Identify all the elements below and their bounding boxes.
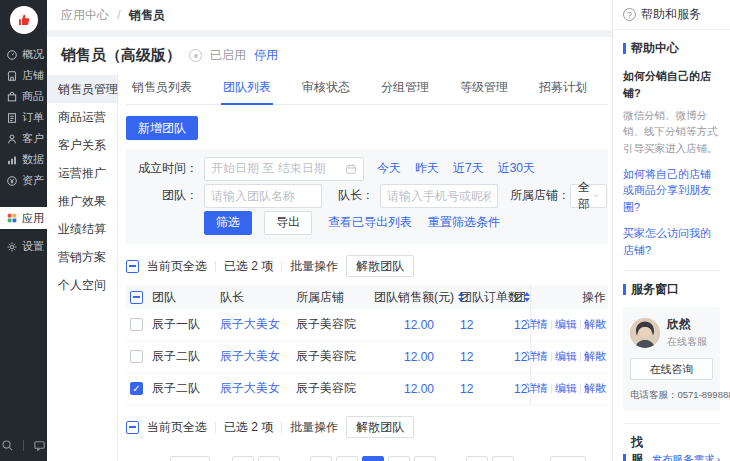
help-link-share[interactable]: 如何将自己的店铺或商品分享到朋友圈? <box>623 166 720 216</box>
sales-value-link[interactable]: 12.00 <box>404 382 434 396</box>
leader-input[interactable] <box>380 184 498 208</box>
selected-count: 已选 2 项 <box>224 419 273 436</box>
submenu-item-performance[interactable]: 业绩结算 <box>47 215 117 243</box>
quick-link-7days[interactable]: 近7天 <box>453 160 484 177</box>
row-checkbox[interactable] <box>130 382 143 395</box>
add-team-button[interactable]: 新增团队 <box>126 116 198 140</box>
tab-level-management[interactable]: 等级管理 <box>458 73 510 104</box>
orders-value-link[interactable]: 12 <box>460 382 473 396</box>
reset-filters-link[interactable]: 重置筛选条件 <box>428 214 500 231</box>
row-edit-link[interactable]: 编辑 <box>555 381 577 396</box>
submenu-item-operation-promo[interactable]: 运营推广 <box>47 159 117 187</box>
prev-page-button[interactable] <box>232 456 254 461</box>
help-link-visit[interactable]: 买家怎么访问我的店铺? <box>623 225 720 258</box>
submenu-item-customer-relation[interactable]: 客户关系 <box>47 131 117 159</box>
submenu-item-promo-effect[interactable]: 推广效果 <box>47 187 117 215</box>
sidebar-item-label: 概况 <box>22 47 44 62</box>
leader-link[interactable]: 辰子大美女 <box>220 316 280 333</box>
sidebar-item-apps[interactable]: 应用 <box>0 207 47 229</box>
card-body: 销售员管理 商品运营 客户关系 运营推广 推广效果 业绩结算 营销方案 个人空间… <box>47 73 612 461</box>
date-range-placeholder: 开始日期 至 结束日期 <box>211 160 326 177</box>
submenu-item-personal-space[interactable]: 个人空间 <box>47 271 117 299</box>
page-button-20[interactable]: 20 <box>466 456 488 461</box>
row-disband-link[interactable]: 解散 <box>584 317 606 332</box>
submenu-item-marketing-plan[interactable]: 营销方案 <box>47 243 117 271</box>
row-disband-link[interactable]: 解散 <box>584 349 606 364</box>
quick-link-30days[interactable]: 近30天 <box>498 160 535 177</box>
sidebar-item-customers[interactable]: 客户 <box>0 128 47 149</box>
page-button-6[interactable]: 6 <box>388 456 410 461</box>
disband-team-button[interactable]: 解散团队 <box>346 255 414 277</box>
col-header-team: 团队 <box>152 285 220 309</box>
export-button[interactable]: 导出 <box>264 211 312 235</box>
row-detail-link[interactable]: 详情 <box>526 381 548 396</box>
shop-name: 辰子美容院 <box>296 373 378 404</box>
page-button-1[interactable]: 1 <box>258 456 280 461</box>
disband-team-button[interactable]: 解散团队 <box>346 416 414 438</box>
tab-group-management[interactable]: 分组管理 <box>379 73 431 104</box>
tab-recruit-plan[interactable]: 招募计划 <box>537 73 589 104</box>
sidebar-item-settings[interactable]: 设置 <box>0 236 47 257</box>
quick-link-yesterday[interactable]: 昨天 <box>415 160 439 177</box>
header-checkbox[interactable] <box>130 291 143 304</box>
sales-value-link[interactable]: 12.00 <box>404 318 434 332</box>
sidebar-spacer <box>0 191 47 207</box>
tab-review-status[interactable]: 审核状态 <box>300 73 352 104</box>
row-checkbox[interactable] <box>130 350 143 363</box>
sidebar-item-assets[interactable]: 资产 <box>0 170 47 191</box>
divider <box>281 261 282 272</box>
page-size-select[interactable]: 20 <box>170 456 210 461</box>
stop-app-link[interactable]: 停用 <box>254 47 278 64</box>
page-button-3[interactable]: 3 <box>310 456 332 461</box>
table-row: 辰子二队 辰子大美女 辰子美容院 12.00 12 12 详情编辑解散 <box>126 373 608 405</box>
row-checkbox[interactable] <box>130 318 143 331</box>
orders-value-link[interactable]: 12 <box>460 350 473 364</box>
app-card: 销售员（高级版） 已启用 停用 销售员管理 商品运营 客户关系 运营推广 推广效… <box>47 37 612 461</box>
post-service-request-link[interactable]: 发布服务需求 <box>652 453 721 461</box>
select-all-checkbox[interactable] <box>126 260 139 273</box>
table-row: 辰子一队 辰子大美女 辰子美容院 12.00 12 12 详情编辑解散 <box>126 309 608 341</box>
next-page-button[interactable] <box>492 456 514 461</box>
row-detail-link[interactable]: 详情 <box>526 317 548 332</box>
leader-link[interactable]: 辰子大美女 <box>220 348 280 365</box>
breadcrumb-app-center[interactable]: 应用中心 <box>61 8 109 22</box>
app-info-icon[interactable] <box>189 49 202 62</box>
search-icon[interactable] <box>1 439 14 452</box>
page-button-7[interactable]: 7 <box>414 456 436 461</box>
quick-link-today[interactable]: 今天 <box>377 160 401 177</box>
sidebar-item-overview[interactable]: 概况 <box>0 44 47 65</box>
online-chat-button[interactable]: 在线咨询 <box>630 358 713 380</box>
brand-logo[interactable] <box>0 0 47 44</box>
team-name-input[interactable] <box>204 184 322 208</box>
date-range-input[interactable]: 开始日期 至 结束日期 <box>204 157 364 181</box>
sidebar-item-shop[interactable]: 店铺 <box>0 65 47 86</box>
row-detail-link[interactable]: 详情 <box>526 349 548 364</box>
page-button-4[interactable]: 4 <box>336 456 358 461</box>
sidebar-item-goods[interactable]: 商品 <box>0 86 47 107</box>
sales-value-link[interactable]: 12.00 <box>404 350 434 364</box>
leader-link[interactable]: 辰子大美女 <box>220 380 280 397</box>
shop-icon <box>6 70 18 82</box>
calendar-icon <box>345 163 357 175</box>
submenu-item-seller-management[interactable]: 销售员管理 <box>47 75 117 103</box>
filter-button[interactable]: 筛选 <box>204 211 252 235</box>
submenu-item-goods-operation[interactable]: 商品运营 <box>47 103 117 131</box>
help-question[interactable]: 如何分销自己的店铺? <box>623 68 720 101</box>
orders-value-link[interactable]: 12 <box>460 318 473 332</box>
row-disband-link[interactable]: 解散 <box>584 381 606 396</box>
tab-team-list[interactable]: 团队列表 <box>221 73 273 105</box>
sidebar-item-data[interactable]: 数据 <box>0 149 47 170</box>
select-all-checkbox[interactable] <box>126 421 139 434</box>
jump-page-input[interactable] <box>550 456 586 461</box>
col-header-orders: 团队订单数 <box>460 285 514 309</box>
view-exported-link[interactable]: 查看已导出列表 <box>328 214 412 231</box>
shop-select[interactable]: 全部 <box>570 184 607 208</box>
row-edit-link[interactable]: 编辑 <box>555 349 577 364</box>
sidebar-item-orders[interactable]: 订单 <box>0 107 47 128</box>
chat-icon[interactable] <box>33 439 46 452</box>
help-panel-body: 帮助中心 如何分销自己的店铺? 微信分销、微博分销、线下分销等方式引导买家进入店… <box>613 30 730 461</box>
page-button-5-active[interactable]: 5 <box>362 456 384 461</box>
tab-seller-list[interactable]: 销售员列表 <box>130 73 194 104</box>
filter-row-fields: 团队： 队长： 所属店铺： 全部 <box>136 183 598 208</box>
row-edit-link[interactable]: 编辑 <box>555 317 577 332</box>
